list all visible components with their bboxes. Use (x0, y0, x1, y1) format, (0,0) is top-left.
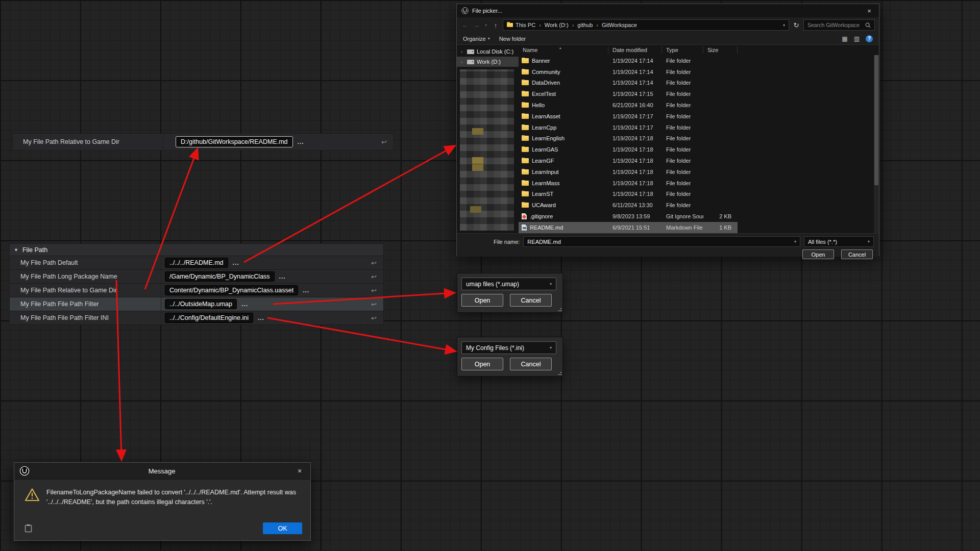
file-row[interactable]: LearnInput 1/19/2024 17:18 File folder (519, 166, 874, 178)
organize-button[interactable]: Organize ▾ (463, 36, 490, 42)
file-row[interactable]: LearnAsset 1/19/2024 17:17 File folder (519, 111, 874, 122)
scrollbar-thumb[interactable] (874, 55, 878, 185)
file-date: 9/8/2023 13:59 (608, 213, 662, 219)
property-label: My File Path File Path Filter INI (10, 311, 161, 324)
reset-to-default-icon[interactable]: ↩ (381, 138, 387, 146)
browse-button[interactable]: ... (279, 273, 286, 280)
column-header-name[interactable]: Name ▴ (519, 46, 608, 54)
details-row[interactable]: My File Path File Path Filter INI ../../… (9, 311, 384, 325)
open-button[interactable]: Open (802, 249, 834, 259)
cancel-button[interactable]: Cancel (510, 294, 552, 307)
open-button[interactable]: Open (461, 358, 503, 370)
file-date: 1/19/2024 17:18 (608, 135, 662, 141)
change-view-icon[interactable]: ▦ (842, 35, 847, 42)
file-path-input[interactable]: ../../Config/DefaultEngine.ini (165, 313, 253, 323)
browse-button[interactable]: ... (298, 138, 304, 145)
file-row[interactable]: Community 1/19/2024 17:14 File folder (519, 66, 874, 78)
file-row[interactable]: .gitignore 9/8/2023 13:59 Git Ignore Sou… (519, 211, 874, 222)
details-row[interactable]: My File Path Long Package Name /Game/Dyn… (9, 270, 384, 284)
search-box[interactable] (803, 19, 875, 31)
file-row[interactable]: Hello 6/21/2024 16:40 File folder (519, 99, 874, 111)
up-icon[interactable]: ↑ (492, 21, 500, 29)
titlebar[interactable]: Message × (14, 463, 310, 480)
details-row[interactable]: My File Path Default ../../../README.md … (9, 256, 384, 270)
file-path-input[interactable]: Content/Dynamic/BP_DynamicClass.uasset (165, 285, 298, 295)
folder-icon (522, 58, 529, 63)
details-row[interactable]: My File Path Relative to Game Dir Conten… (9, 284, 384, 297)
column-header-date-modified[interactable]: Date modified (608, 46, 662, 54)
reset-to-default-icon[interactable]: ↩ (371, 314, 377, 322)
file-path-input[interactable]: ../../OutsideMap.umap (165, 299, 237, 309)
file-row[interactable]: Banner 1/19/2024 17:14 File folder (519, 55, 874, 66)
reset-to-default-icon[interactable]: ↩ (371, 273, 377, 281)
file-filter-dropdown[interactable]: umap files (*.umap) ▾ (461, 278, 556, 290)
cancel-button[interactable]: Cancel (841, 249, 873, 259)
breadcrumb-github[interactable]: github (577, 22, 593, 28)
file-row[interactable]: LearnMass 1/19/2024 17:18 File folder (519, 178, 874, 189)
git-file-icon (522, 213, 527, 219)
file-type-combobox[interactable]: All files (*.*) ▾ (804, 236, 874, 247)
column-header-size[interactable]: Size (703, 46, 738, 54)
file-row-selected[interactable]: README.md 6/9/2021 15:51 Markdown File 1… (519, 222, 874, 233)
file-rows: Banner 1/19/2024 17:14 File folder Commu… (519, 55, 874, 233)
scrollbar[interactable] (874, 55, 879, 233)
property-row-relative-to-game-dir: My File Path Relative to Game Dir D:/git… (12, 133, 394, 151)
expander-icon[interactable]: › (461, 59, 464, 65)
navigation-bar: ← → ▾ ↑ This PC › Work (D:) › github › G… (457, 17, 879, 33)
file-name: LearnGF (532, 158, 554, 164)
file-filter-dropdown[interactable]: My Config Files (*.ini) ▾ (461, 341, 556, 354)
file-row[interactable]: ExcelTest 1/19/2024 17:15 File folder (519, 88, 874, 99)
close-icon[interactable]: × (864, 7, 874, 15)
help-icon[interactable]: ? (866, 35, 873, 42)
breadcrumb-gitworkspace[interactable]: GitWorkspace (602, 22, 637, 28)
file-path-input[interactable]: /Game/Dynamic/BP_DynamicClass (165, 271, 275, 282)
file-row[interactable]: DataDriven 1/19/2024 17:14 File folder (519, 78, 874, 89)
browse-button[interactable]: ... (241, 300, 248, 308)
file-path-input[interactable]: ../../../README.md (165, 258, 228, 268)
browse-button[interactable]: ... (233, 259, 239, 266)
file-date: 6/9/2021 15:51 (608, 224, 662, 231)
file-name-combobox[interactable]: README.md ▾ (523, 236, 800, 247)
preview-pane-icon[interactable]: ▥ (854, 35, 860, 42)
refresh-icon[interactable]: ↻ (792, 21, 800, 29)
cancel-button[interactable]: Cancel (510, 358, 552, 370)
titlebar[interactable]: File picker... × (457, 4, 879, 17)
folder-icon (522, 147, 529, 152)
resize-grip[interactable] (557, 307, 562, 312)
column-header-type[interactable]: Type (662, 46, 703, 54)
file-row[interactable]: LearnEnglish 1/19/2024 17:18 File folder (519, 133, 874, 144)
sidebar-item-local-disk-c[interactable]: › Local Disk (C:) (457, 46, 519, 57)
file-path-input[interactable]: D:/github/GitWorkspace/README.md (176, 136, 293, 147)
file-row[interactable]: LearnGAS 1/19/2024 17:18 File folder (519, 144, 874, 155)
copy-to-clipboard-icon[interactable] (24, 524, 32, 533)
reset-to-default-icon[interactable]: ↩ (371, 300, 377, 308)
expander-icon[interactable]: › (461, 49, 464, 55)
file-row[interactable]: UCAward 6/11/2024 13:30 File folder (519, 199, 874, 211)
close-icon[interactable]: × (294, 467, 305, 475)
forward-icon[interactable]: → (472, 21, 480, 29)
back-icon[interactable]: ← (461, 21, 469, 29)
file-name: LearnEnglish (532, 135, 565, 141)
ok-button[interactable]: OK (263, 522, 302, 534)
new-folder-button[interactable]: New folder (499, 36, 526, 42)
breadcrumb-work-d[interactable]: Work (D:) (545, 22, 569, 28)
file-row[interactable]: LearnGF 1/19/2024 17:18 File folder (519, 155, 874, 166)
reset-to-default-icon[interactable]: ↩ (371, 287, 377, 294)
browse-button[interactable]: ... (258, 314, 264, 321)
open-button[interactable]: Open (461, 294, 503, 307)
resize-grip[interactable] (557, 370, 562, 375)
file-type: File folder (662, 102, 703, 108)
address-bar[interactable]: This PC › Work (D:) › github › GitWorksp… (503, 19, 789, 31)
reset-to-default-icon[interactable]: ↩ (371, 259, 377, 267)
file-row[interactable]: LearnST 1/19/2024 17:18 File folder (519, 189, 874, 200)
history-dropdown-icon[interactable]: ▾ (483, 23, 488, 28)
category-header-file-path[interactable]: ▼ File Path (9, 243, 384, 256)
breadcrumb-this-pc[interactable]: This PC (516, 22, 535, 28)
sidebar-item-work-d[interactable]: › Work (D:) (457, 57, 519, 67)
address-dropdown-icon[interactable]: ▾ (783, 23, 785, 28)
browse-button[interactable]: ... (303, 287, 309, 294)
search-input[interactable] (807, 22, 865, 28)
column-header-filler (738, 46, 879, 54)
details-row[interactable]: My File Path File Path Filter ../../Outs… (9, 297, 384, 311)
file-row[interactable]: LearnCpp 1/19/2024 17:17 File folder (519, 122, 874, 133)
